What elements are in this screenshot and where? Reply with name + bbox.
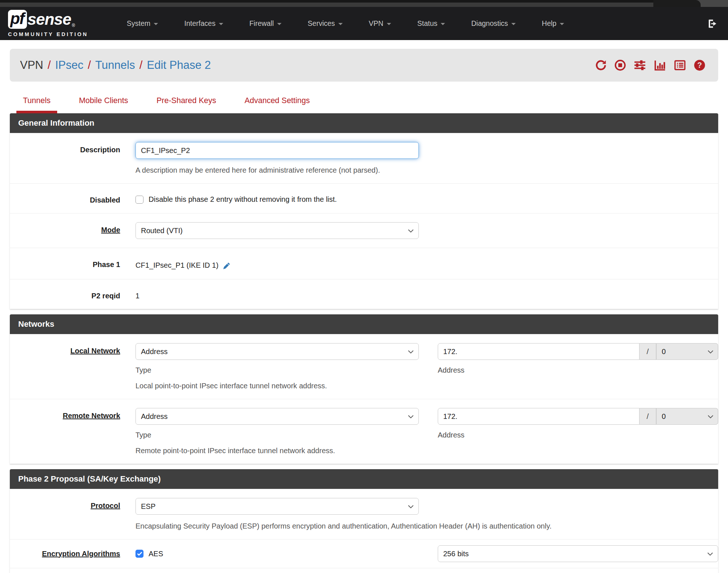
breadcrumb-bar: VPN / IPsec / Tunnels / Edit Phase 2 [10, 49, 718, 82]
pfsense-logo[interactable]: pf sense ® COMMUNITY EDITION [8, 10, 88, 37]
breadcrumb-separator: / [139, 59, 143, 72]
local-network-type-select[interactable]: Address [135, 343, 419, 360]
section-header: Networks [10, 314, 718, 334]
section-header: Phase 2 Proposal (SA/Key Exchange) [10, 469, 718, 489]
protocol-help: Encapsulating Security Payload (ESP) per… [135, 522, 718, 530]
nav-item-vpn[interactable]: VPN [369, 19, 391, 28]
logo-pf-badge: pf [8, 10, 27, 29]
local-network-prefix-select[interactable]: 0 [656, 343, 718, 360]
nav-item-label: Status [417, 19, 437, 28]
remote-network-label: Remote Network [10, 408, 120, 420]
nav-item-label: VPN [369, 19, 383, 28]
panel-general-information: General Information Description A descri… [10, 113, 718, 309]
local-network-address-caption: Address [438, 366, 718, 374]
row-protocol: Protocol ESP Encapsulating Security Payl… [10, 489, 718, 539]
encryption-algorithms-label: Encryption Algorithms [10, 550, 120, 558]
caret-down-icon [277, 23, 282, 25]
local-network-address-input[interactable] [438, 343, 640, 360]
row-phase1: Phase 1 CF1_IPsec_P1 (IKE ID 1) [10, 248, 718, 279]
nav-item-firewall[interactable]: Firewall [249, 19, 282, 28]
caret-down-icon [441, 23, 445, 25]
nav-item-interfaces[interactable]: Interfaces [184, 19, 223, 28]
tab-advanced-settings[interactable]: Advanced Settings [238, 96, 316, 113]
breadcrumb: VPN / IPsec / Tunnels / Edit Phase 2 [20, 59, 211, 72]
caret-down-icon [154, 23, 158, 25]
sliders-icon[interactable] [633, 59, 646, 71]
tab-bar: Tunnels Mobile Clients Pre-Shared Keys A… [16, 96, 717, 113]
nav-item-label: Help [542, 19, 556, 28]
disabled-checkbox-label: Disable this phase 2 entry without remov… [149, 195, 337, 204]
tab-pre-shared-keys[interactable]: Pre-Shared Keys [150, 96, 223, 113]
sign-out-icon[interactable] [707, 18, 718, 29]
caret-down-icon [560, 23, 564, 25]
nav-item-label: System [127, 19, 150, 28]
local-network-type-caption: Type [135, 366, 419, 374]
caret-down-icon [387, 23, 391, 25]
caret-down-icon [219, 23, 223, 25]
row-p2reqid: P2 reqid 1 [10, 279, 718, 309]
protocol-select[interactable]: ESP [135, 498, 419, 515]
row-local-network: Local Network Address Type Local point-t… [10, 334, 718, 399]
remote-network-type-select[interactable]: Address [135, 408, 419, 425]
breadcrumb-root: VPN [20, 59, 43, 72]
remote-network-type-caption: Type [135, 431, 419, 439]
row-description: Description A description may be entered… [10, 133, 718, 183]
tab-mobile-clients[interactable]: Mobile Clients [72, 96, 135, 113]
remote-network-address-input[interactable] [438, 408, 640, 425]
aes-checkbox-label: AES [149, 550, 163, 558]
mode-select[interactable]: Routed (VTI) [135, 222, 419, 239]
bar-chart-icon[interactable] [653, 59, 666, 71]
row-encryption-aes: Encryption Algorithms AES 256 bits [10, 539, 718, 568]
logo-edition-text: COMMUNITY EDITION [8, 31, 88, 37]
panel-networks: Networks Local Network Address Type Loca… [10, 314, 718, 464]
breadcrumb-link-edit-phase-2[interactable]: Edit Phase 2 [147, 59, 211, 72]
row-mode: Mode Routed (VTI) [10, 213, 718, 248]
nav-item-help[interactable]: Help [542, 19, 564, 28]
window-corner [653, 0, 728, 7]
edit-pencil-icon[interactable] [222, 261, 231, 270]
nav-item-status[interactable]: Status [417, 19, 445, 28]
svg-text:?: ? [697, 61, 702, 70]
aes-checkbox[interactable] [135, 550, 143, 558]
tab-tunnels[interactable]: Tunnels [16, 96, 57, 113]
remote-network-prefix-select[interactable]: 0 [656, 408, 718, 425]
remote-network-help: Remote point-to-point IPsec interface tu… [135, 447, 419, 455]
description-input[interactable] [135, 142, 419, 159]
nav-item-label: Interfaces [184, 19, 216, 28]
row-remote-network: Remote Network Address Type Remote point… [10, 399, 718, 464]
row-encryption-aes128gcm: AES128-GCM Auto [10, 568, 718, 573]
logo-sense-text: sense [28, 11, 71, 27]
window-top-strip [0, 0, 728, 3]
p2reqid-value: 1 [135, 288, 718, 300]
description-label: Description [10, 142, 120, 154]
help-icon[interactable]: ? [693, 59, 706, 71]
nav-item-services[interactable]: Services [308, 19, 343, 28]
disabled-label: Disabled [10, 192, 120, 204]
remote-network-address-caption: Address [438, 431, 718, 439]
nav-item-label: Services [308, 19, 335, 28]
nav-item-label: Firewall [249, 19, 274, 28]
caret-down-icon [511, 23, 516, 25]
disabled-checkbox[interactable] [135, 196, 143, 204]
prefix-separator: / [640, 408, 656, 425]
nav-item-system[interactable]: System [127, 19, 158, 28]
log-icon[interactable] [673, 59, 686, 71]
p2reqid-label: P2 reqid [10, 288, 120, 300]
protocol-label: Protocol [10, 498, 120, 510]
nav-item-diagnostics[interactable]: Diagnostics [471, 19, 516, 28]
caret-down-icon [338, 23, 343, 25]
refresh-icon[interactable] [595, 59, 607, 71]
description-help: A description may be entered here for ad… [135, 166, 718, 174]
phase1-label: Phase 1 [10, 257, 120, 269]
breadcrumb-link-tunnels[interactable]: Tunnels [95, 59, 135, 72]
aes-keylen-select[interactable]: 256 bits [438, 545, 718, 562]
logo-registered-mark: ® [72, 23, 75, 28]
breadcrumb-separator: / [88, 59, 91, 72]
panel-phase2-proposal: Phase 2 Proposal (SA/Key Exchange) Proto… [10, 469, 718, 573]
stop-circle-icon[interactable] [614, 59, 626, 71]
local-network-help: Local point-to-point IPsec interface tun… [135, 382, 419, 390]
nav-item-label: Diagnostics [471, 19, 508, 28]
prefix-separator: / [640, 343, 656, 360]
breadcrumb-link-ipsec[interactable]: IPsec [55, 59, 83, 72]
row-disabled: Disabled Disable this phase 2 entry with… [10, 183, 718, 213]
